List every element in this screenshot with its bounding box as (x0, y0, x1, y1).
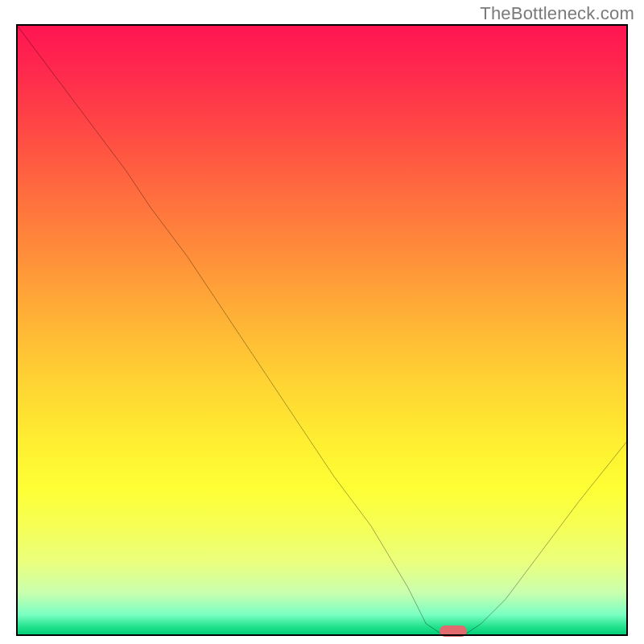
bottleneck-curve (16, 24, 628, 636)
curve-svg (16, 24, 628, 636)
plot-frame (16, 24, 628, 636)
optimal-point-marker (440, 625, 467, 637)
watermark-text: TheBottleneck.com (480, 3, 634, 24)
chart-container: TheBottleneck.com (0, 0, 644, 644)
